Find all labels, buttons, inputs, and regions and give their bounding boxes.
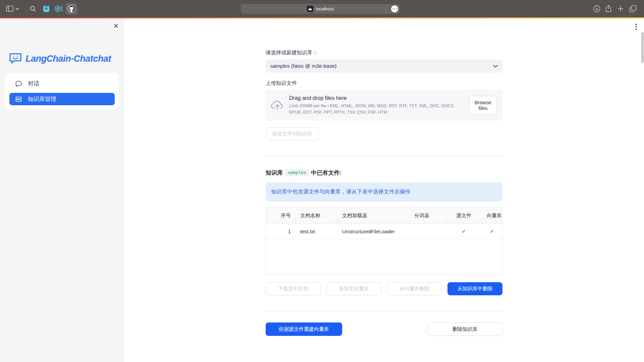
rebuild-vector-store-button[interactable]: 依据源文件重建向量库 bbox=[266, 322, 342, 336]
sidebar: ✕ LangChain-Chatchat 对话 bbox=[0, 18, 124, 362]
sidebar-item-label: 知识库管理 bbox=[28, 95, 56, 103]
kb-files-heading: 知识库 samples 中已有文件: bbox=[266, 169, 502, 177]
sidebar-item-label: 对话 bbox=[28, 80, 39, 87]
dropzone-title: Drag and drop files here bbox=[289, 95, 469, 101]
share-icon[interactable] bbox=[605, 0, 612, 17]
address-more-icon[interactable] bbox=[391, 5, 398, 12]
main-area: 请选择或新建知识库： samples (faiss @ m3e-base) 上传… bbox=[124, 18, 644, 362]
github-extension-icon[interactable] bbox=[66, 3, 77, 14]
table-row[interactable]: 1 test.txt UnstructuredFileLoader ✓ ✓ bbox=[266, 224, 502, 239]
sidebar-menu: 对话 知识库管理 bbox=[5, 73, 119, 110]
browser-toolbar: localhost bbox=[0, 0, 644, 17]
col-header-name[interactable]: 文档名称 bbox=[296, 213, 337, 219]
sidebar-item-dialogue[interactable]: 对话 bbox=[9, 77, 115, 90]
sidebar-close-icon[interactable]: ✕ bbox=[113, 23, 119, 29]
new-tab-icon[interactable] bbox=[618, 0, 624, 17]
download-icon[interactable] bbox=[593, 0, 600, 17]
kb-select[interactable]: samples (faiss @ m3e-base) bbox=[266, 59, 502, 73]
app-logo-text: LangChain-Chatchat bbox=[25, 54, 111, 64]
page-more-icon[interactable] bbox=[634, 22, 638, 31]
kb-select-value: samples (faiss @ m3e-base) bbox=[270, 63, 337, 69]
cell-loader: UnstructuredFileLoader bbox=[337, 229, 410, 234]
cell-index: 1 bbox=[266, 229, 296, 234]
browse-files-button[interactable]: Browse files bbox=[469, 96, 497, 115]
col-header-index[interactable]: 序号 bbox=[266, 213, 296, 219]
add-to-vector-button[interactable]: 添加至向量库 bbox=[326, 282, 381, 295]
address-url: localhost bbox=[316, 6, 334, 11]
divider bbox=[266, 311, 502, 311]
info-banner-text: 知识库中包含源文件与向量库，请从下表中选择文件后操作 bbox=[271, 188, 411, 195]
knowledge-base-icon bbox=[15, 96, 22, 102]
scrollbar-thumb[interactable] bbox=[641, 32, 644, 63]
cloud-upload-icon bbox=[271, 100, 284, 111]
chevron-down-icon bbox=[493, 65, 498, 68]
col-header-source[interactable]: 源文件 bbox=[446, 213, 482, 219]
kb-files-heading-prefix: 知识库 bbox=[266, 169, 283, 177]
kb-select-label: 请选择或新建知识库： bbox=[266, 49, 502, 56]
add-files-to-kb-button[interactable]: 添加文件到知识库 bbox=[266, 127, 319, 140]
delete-kb-button[interactable]: 删除知识库 bbox=[428, 322, 502, 336]
delete-from-vector-button[interactable]: 从向量库删除 bbox=[387, 282, 442, 295]
table-header-row: 序号 文档名称 文档加载器 分词器 源文件 向量库 bbox=[266, 208, 502, 224]
site-favicon bbox=[307, 6, 313, 12]
kb-files-heading-suffix: 中已有文件: bbox=[311, 169, 342, 177]
col-header-splitter[interactable]: 分词器 bbox=[410, 213, 446, 219]
ring-extension-icon[interactable] bbox=[54, 0, 63, 17]
content-column: 请选择或新建知识库： samples (faiss @ m3e-base) 上传… bbox=[266, 18, 502, 336]
cell-vector-check: ✓ bbox=[482, 228, 502, 234]
download-selected-button[interactable]: 下载选中文档 bbox=[266, 282, 321, 295]
cell-name: test.txt bbox=[296, 229, 337, 234]
kb-files-table: 序号 文档名称 文档加载器 分词器 源文件 向量库 1 test.txt Uns… bbox=[266, 207, 502, 275]
tabs-overview-icon[interactable] bbox=[629, 0, 637, 17]
col-header-vector[interactable]: 向量库 bbox=[482, 213, 502, 219]
col-header-loader[interactable]: 文档加载器 bbox=[337, 213, 410, 219]
delete-from-kb-button[interactable]: 从知识库中删除 bbox=[447, 282, 502, 295]
upload-label: 上传知识文件 bbox=[266, 80, 502, 87]
sidebar-item-kb-management[interactable]: 知识库管理 bbox=[9, 93, 115, 105]
sidebar-toggle-icon[interactable] bbox=[6, 0, 13, 17]
info-banner: 知识库中包含源文件与向量库，请从下表中选择文件后操作 bbox=[266, 182, 502, 201]
chat-icon bbox=[15, 81, 22, 87]
search-icon[interactable] bbox=[30, 0, 36, 17]
cat-extension-icon[interactable] bbox=[42, 0, 50, 17]
dropzone-limit: Limit 200MB per file • EML, HTML, JSON, … bbox=[289, 103, 466, 115]
cell-source-check: ✓ bbox=[446, 228, 482, 234]
divider bbox=[266, 156, 502, 157]
kb-name-code: samples bbox=[285, 169, 309, 176]
address-bar[interactable]: localhost bbox=[241, 4, 400, 14]
row-action-buttons: 下载选中文档 添加至向量库 从向量库删除 从知识库中删除 bbox=[266, 282, 502, 295]
chat-bubble-logo-icon bbox=[9, 53, 22, 65]
bottom-action-buttons: 依据源文件重建向量库 删除知识库 bbox=[266, 322, 502, 336]
app-logo: LangChain-Chatchat bbox=[9, 53, 124, 65]
chevron-down-icon[interactable] bbox=[15, 0, 19, 17]
file-dropzone[interactable]: Drag and drop files here Limit 200MB per… bbox=[266, 90, 502, 121]
